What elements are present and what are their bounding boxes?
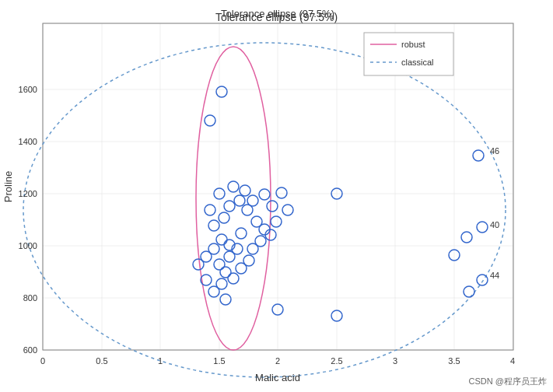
x-tick-0: 0 xyxy=(40,356,45,366)
y-tick-800: 800 xyxy=(23,293,37,303)
x-tick-35: 3.5 xyxy=(448,356,460,366)
x-tick-4: 4 xyxy=(510,356,515,366)
x-axis-label: Malic acid xyxy=(255,372,300,383)
legend-classical-label: classical xyxy=(401,58,434,67)
x-tick-2: 2 xyxy=(275,356,280,366)
chart-container: Tolerance ellipse (97.5%) xyxy=(0,0,553,392)
y-tick-600: 600 xyxy=(23,345,37,355)
y-tick-1600: 1600 xyxy=(19,85,37,94)
x-tick-25: 2.5 xyxy=(331,356,342,366)
x-tick-15: 1.5 xyxy=(213,356,225,366)
watermark: CSDN @程序员王炸 xyxy=(469,376,547,387)
chart-svg: 0 0.5 1 1.5 2 2.5 3 3.5 4 600 800 1000 1… xyxy=(0,0,553,392)
y-tick-1200: 1200 xyxy=(19,189,37,198)
x-tick-1: 1 xyxy=(158,356,163,366)
y-tick-1400: 1400 xyxy=(19,137,37,146)
legend-robust-label: robust xyxy=(401,40,425,49)
x-tick-3: 3 xyxy=(393,356,397,366)
y-axis-label: Proline xyxy=(2,171,14,202)
outlier-label-46: 46 xyxy=(490,146,499,156)
outlier-label-44a: 44 xyxy=(490,271,499,280)
chart-title-text: Tolerance ellipse (97.5%) xyxy=(221,8,334,19)
outlier-label-40: 40 xyxy=(490,220,499,229)
x-tick-05: 0.5 xyxy=(96,356,107,366)
y-tick-1000: 1000 xyxy=(19,241,37,250)
